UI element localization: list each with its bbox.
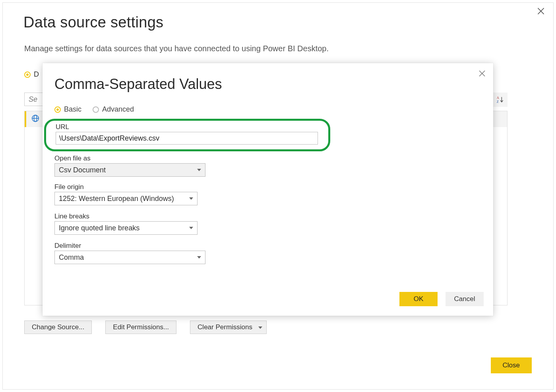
- line-breaks-field: Line breaks Ignore quoted line breaks: [54, 212, 205, 235]
- url-highlight-box: URL: [44, 119, 330, 151]
- chevron-down-icon: [197, 169, 201, 171]
- url-label: URL: [56, 123, 320, 131]
- delimiter-field: Delimiter Comma: [54, 242, 205, 264]
- line-breaks-label: Line breaks: [54, 212, 205, 220]
- sort-button[interactable]: A Z: [493, 93, 508, 107]
- page-title: Data source settings: [23, 14, 163, 31]
- modal-title: Comma-Separated Values: [54, 76, 222, 93]
- line-breaks-select[interactable]: Ignore quoted line breaks: [54, 221, 198, 235]
- cancel-button[interactable]: Cancel: [446, 292, 484, 306]
- radio-selected-icon: [54, 106, 61, 113]
- csv-dialog: Comma-Separated Values Basic Advanced UR…: [43, 63, 493, 316]
- line-breaks-value: Ignore quoted line breaks: [59, 224, 139, 232]
- delimiter-value: Comma: [59, 253, 84, 262]
- mode-advanced-radio[interactable]: Advanced: [93, 105, 134, 114]
- radio-selected-icon[interactable]: [24, 71, 31, 78]
- mode-basic-radio[interactable]: Basic: [54, 105, 81, 114]
- close-button[interactable]: Close: [491, 357, 532, 373]
- chevron-down-icon: [258, 326, 262, 329]
- open-file-as-value: Csv Document: [59, 166, 106, 174]
- sort-az-icon: A Z: [496, 96, 504, 104]
- svg-text:Z: Z: [497, 100, 499, 104]
- url-input[interactable]: [56, 132, 318, 145]
- svg-text:A: A: [497, 96, 499, 100]
- radio-unselected-icon: [93, 106, 99, 113]
- chevron-down-icon: [189, 197, 193, 200]
- close-icon[interactable]: [536, 6, 546, 16]
- mode-basic-label: Basic: [64, 105, 81, 114]
- scope-radio-label: D: [34, 70, 39, 79]
- mode-advanced-label: Advanced: [102, 105, 134, 114]
- open-file-as-label: Open file as: [54, 154, 205, 162]
- scope-radio-group: D: [24, 70, 39, 79]
- delimiter-select[interactable]: Comma: [54, 251, 205, 264]
- file-origin-field: File origin 1252: Western European (Wind…: [54, 183, 205, 205]
- clear-permissions-button[interactable]: Clear Permissions: [190, 321, 267, 334]
- open-file-as-select[interactable]: Csv Document: [54, 163, 205, 177]
- chevron-down-icon: [197, 256, 201, 259]
- modal-footer: OK Cancel: [399, 292, 484, 306]
- chevron-down-icon: [189, 227, 193, 229]
- file-origin-value: 1252: Western European (Windows): [59, 195, 174, 203]
- ok-button[interactable]: OK: [399, 292, 438, 306]
- globe-icon: [31, 114, 40, 124]
- file-origin-label: File origin: [54, 183, 205, 191]
- file-origin-select[interactable]: 1252: Western European (Windows): [54, 192, 198, 205]
- delimiter-label: Delimiter: [54, 242, 205, 250]
- close-icon[interactable]: [477, 69, 487, 78]
- data-source-settings-dialog: Data source settings Manage settings for…: [2, 2, 554, 390]
- open-file-as-field: Open file as Csv Document: [54, 154, 205, 177]
- mode-radio-group: Basic Advanced: [54, 105, 134, 114]
- clear-permissions-label: Clear Permissions: [198, 323, 252, 331]
- change-source-button[interactable]: Change Source...: [24, 321, 92, 334]
- edit-permissions-button[interactable]: Edit Permissions...: [105, 321, 176, 334]
- bottom-button-row: Change Source... Edit Permissions... Cle…: [24, 321, 267, 334]
- page-subtitle: Manage settings for data sources that yo…: [24, 44, 329, 53]
